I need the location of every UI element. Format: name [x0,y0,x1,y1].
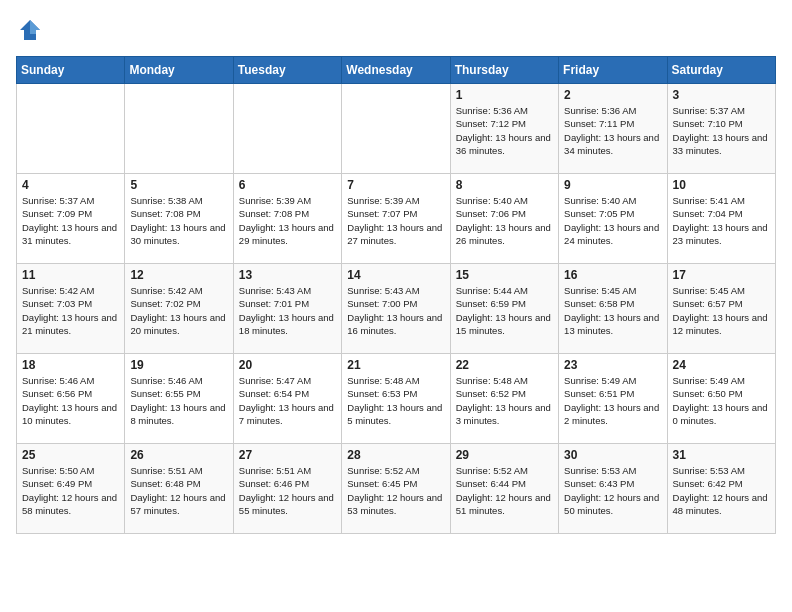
day-cell: 26Sunrise: 5:51 AMSunset: 6:48 PMDayligh… [125,444,233,534]
day-info: Sunrise: 5:49 AMSunset: 6:51 PMDaylight:… [564,374,661,427]
svg-marker-1 [30,20,40,34]
day-cell: 28Sunrise: 5:52 AMSunset: 6:45 PMDayligh… [342,444,450,534]
day-number: 13 [239,268,336,282]
week-row: 4Sunrise: 5:37 AMSunset: 7:09 PMDaylight… [17,174,776,264]
column-header-wednesday: Wednesday [342,57,450,84]
day-cell: 11Sunrise: 5:42 AMSunset: 7:03 PMDayligh… [17,264,125,354]
day-cell: 8Sunrise: 5:40 AMSunset: 7:06 PMDaylight… [450,174,558,264]
header-row: SundayMondayTuesdayWednesdayThursdayFrid… [17,57,776,84]
day-number: 4 [22,178,119,192]
day-number: 1 [456,88,553,102]
day-number: 9 [564,178,661,192]
day-info: Sunrise: 5:52 AMSunset: 6:45 PMDaylight:… [347,464,444,517]
day-cell: 21Sunrise: 5:48 AMSunset: 6:53 PMDayligh… [342,354,450,444]
day-number: 15 [456,268,553,282]
day-cell: 29Sunrise: 5:52 AMSunset: 6:44 PMDayligh… [450,444,558,534]
day-number: 7 [347,178,444,192]
day-info: Sunrise: 5:51 AMSunset: 6:48 PMDaylight:… [130,464,227,517]
day-info: Sunrise: 5:36 AMSunset: 7:12 PMDaylight:… [456,104,553,157]
day-info: Sunrise: 5:42 AMSunset: 7:03 PMDaylight:… [22,284,119,337]
day-cell: 24Sunrise: 5:49 AMSunset: 6:50 PMDayligh… [667,354,775,444]
day-info: Sunrise: 5:47 AMSunset: 6:54 PMDaylight:… [239,374,336,427]
day-number: 2 [564,88,661,102]
day-number: 17 [673,268,770,282]
day-cell: 9Sunrise: 5:40 AMSunset: 7:05 PMDaylight… [559,174,667,264]
day-number: 20 [239,358,336,372]
day-info: Sunrise: 5:48 AMSunset: 6:53 PMDaylight:… [347,374,444,427]
day-number: 12 [130,268,227,282]
day-number: 22 [456,358,553,372]
day-number: 29 [456,448,553,462]
day-number: 14 [347,268,444,282]
day-number: 18 [22,358,119,372]
day-cell: 14Sunrise: 5:43 AMSunset: 7:00 PMDayligh… [342,264,450,354]
day-cell: 30Sunrise: 5:53 AMSunset: 6:43 PMDayligh… [559,444,667,534]
day-cell: 31Sunrise: 5:53 AMSunset: 6:42 PMDayligh… [667,444,775,534]
column-header-monday: Monday [125,57,233,84]
day-cell: 18Sunrise: 5:46 AMSunset: 6:56 PMDayligh… [17,354,125,444]
day-number: 25 [22,448,119,462]
day-info: Sunrise: 5:46 AMSunset: 6:55 PMDaylight:… [130,374,227,427]
day-info: Sunrise: 5:39 AMSunset: 7:08 PMDaylight:… [239,194,336,247]
day-info: Sunrise: 5:44 AMSunset: 6:59 PMDaylight:… [456,284,553,337]
day-number: 16 [564,268,661,282]
week-row: 25Sunrise: 5:50 AMSunset: 6:49 PMDayligh… [17,444,776,534]
calendar-table: SundayMondayTuesdayWednesdayThursdayFrid… [16,56,776,534]
day-info: Sunrise: 5:37 AMSunset: 7:09 PMDaylight:… [22,194,119,247]
day-cell: 7Sunrise: 5:39 AMSunset: 7:07 PMDaylight… [342,174,450,264]
day-info: Sunrise: 5:36 AMSunset: 7:11 PMDaylight:… [564,104,661,157]
day-info: Sunrise: 5:45 AMSunset: 6:58 PMDaylight:… [564,284,661,337]
day-info: Sunrise: 5:37 AMSunset: 7:10 PMDaylight:… [673,104,770,157]
day-cell: 22Sunrise: 5:48 AMSunset: 6:52 PMDayligh… [450,354,558,444]
day-cell: 10Sunrise: 5:41 AMSunset: 7:04 PMDayligh… [667,174,775,264]
day-cell: 17Sunrise: 5:45 AMSunset: 6:57 PMDayligh… [667,264,775,354]
day-cell: 12Sunrise: 5:42 AMSunset: 7:02 PMDayligh… [125,264,233,354]
day-number: 5 [130,178,227,192]
day-cell: 2Sunrise: 5:36 AMSunset: 7:11 PMDaylight… [559,84,667,174]
day-info: Sunrise: 5:40 AMSunset: 7:06 PMDaylight:… [456,194,553,247]
day-info: Sunrise: 5:49 AMSunset: 6:50 PMDaylight:… [673,374,770,427]
logo [16,16,48,44]
day-cell: 16Sunrise: 5:45 AMSunset: 6:58 PMDayligh… [559,264,667,354]
day-cell: 15Sunrise: 5:44 AMSunset: 6:59 PMDayligh… [450,264,558,354]
day-number: 31 [673,448,770,462]
day-number: 26 [130,448,227,462]
day-number: 8 [456,178,553,192]
day-info: Sunrise: 5:53 AMSunset: 6:42 PMDaylight:… [673,464,770,517]
day-info: Sunrise: 5:38 AMSunset: 7:08 PMDaylight:… [130,194,227,247]
day-info: Sunrise: 5:50 AMSunset: 6:49 PMDaylight:… [22,464,119,517]
day-info: Sunrise: 5:45 AMSunset: 6:57 PMDaylight:… [673,284,770,337]
day-info: Sunrise: 5:43 AMSunset: 7:00 PMDaylight:… [347,284,444,337]
column-header-friday: Friday [559,57,667,84]
day-cell [17,84,125,174]
day-cell: 19Sunrise: 5:46 AMSunset: 6:55 PMDayligh… [125,354,233,444]
day-number: 11 [22,268,119,282]
day-number: 3 [673,88,770,102]
column-header-tuesday: Tuesday [233,57,341,84]
day-info: Sunrise: 5:51 AMSunset: 6:46 PMDaylight:… [239,464,336,517]
day-info: Sunrise: 5:52 AMSunset: 6:44 PMDaylight:… [456,464,553,517]
day-cell [342,84,450,174]
day-number: 23 [564,358,661,372]
day-cell: 25Sunrise: 5:50 AMSunset: 6:49 PMDayligh… [17,444,125,534]
day-info: Sunrise: 5:40 AMSunset: 7:05 PMDaylight:… [564,194,661,247]
day-number: 19 [130,358,227,372]
header [16,16,776,44]
logo-icon [16,16,44,44]
day-number: 21 [347,358,444,372]
day-cell: 27Sunrise: 5:51 AMSunset: 6:46 PMDayligh… [233,444,341,534]
day-number: 30 [564,448,661,462]
day-info: Sunrise: 5:39 AMSunset: 7:07 PMDaylight:… [347,194,444,247]
day-info: Sunrise: 5:48 AMSunset: 6:52 PMDaylight:… [456,374,553,427]
day-info: Sunrise: 5:43 AMSunset: 7:01 PMDaylight:… [239,284,336,337]
day-cell: 5Sunrise: 5:38 AMSunset: 7:08 PMDaylight… [125,174,233,264]
day-info: Sunrise: 5:41 AMSunset: 7:04 PMDaylight:… [673,194,770,247]
day-number: 6 [239,178,336,192]
day-info: Sunrise: 5:46 AMSunset: 6:56 PMDaylight:… [22,374,119,427]
day-cell: 23Sunrise: 5:49 AMSunset: 6:51 PMDayligh… [559,354,667,444]
day-cell: 4Sunrise: 5:37 AMSunset: 7:09 PMDaylight… [17,174,125,264]
day-cell: 13Sunrise: 5:43 AMSunset: 7:01 PMDayligh… [233,264,341,354]
day-info: Sunrise: 5:42 AMSunset: 7:02 PMDaylight:… [130,284,227,337]
day-cell: 1Sunrise: 5:36 AMSunset: 7:12 PMDaylight… [450,84,558,174]
day-cell [233,84,341,174]
